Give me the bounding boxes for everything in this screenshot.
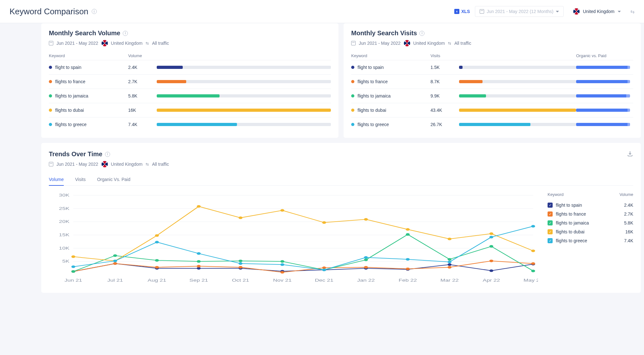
svg-point-63 xyxy=(197,205,200,208)
svg-point-33 xyxy=(448,263,451,266)
legend-keyword: flights to france xyxy=(556,211,624,217)
page-header: Keyword Comparison i X XLS Jun 2021 - Ma… xyxy=(0,0,644,23)
svg-point-46 xyxy=(490,260,493,262)
traffic-icon: ⇆ xyxy=(146,41,149,45)
organic-segment xyxy=(576,123,628,126)
svg-point-78 xyxy=(322,269,326,271)
svg-point-71 xyxy=(531,250,535,252)
export-xls-button[interactable]: X XLS xyxy=(454,9,470,14)
value-cell: 16K xyxy=(128,108,157,113)
organic-cell xyxy=(576,123,633,126)
bar-cell xyxy=(459,109,576,112)
col-volume: Volume xyxy=(128,53,157,58)
uk-flag-icon xyxy=(404,40,410,46)
chevron-down-icon xyxy=(556,11,559,12)
svg-text:5K: 5K xyxy=(62,259,69,264)
bar-cell xyxy=(459,123,576,126)
col-visits: Visits xyxy=(430,53,459,58)
chevron-down-icon xyxy=(618,11,621,12)
svg-point-76 xyxy=(239,262,242,265)
trends-title: Trends Over Time i xyxy=(49,151,633,158)
col-keyword: Keyword xyxy=(49,53,128,58)
organic-bar xyxy=(576,94,630,97)
chart-wrap: 30K25K20K15K10K5KJun 21Jul 21Aug 21Sep 2… xyxy=(49,192,633,285)
color-dot xyxy=(351,94,354,97)
bar-fill xyxy=(459,123,530,126)
keyword-text: flights to france xyxy=(358,79,388,84)
value-cell: 8.7K xyxy=(430,79,459,84)
uk-flag-icon xyxy=(102,161,108,167)
legend-item[interactable]: ✓flights to france2.7K xyxy=(548,210,633,218)
tab-organic-vs-paid[interactable]: Organic Vs. Paid xyxy=(97,174,130,185)
svg-point-45 xyxy=(448,266,451,269)
keyword-text: flights to greece xyxy=(55,122,87,127)
svg-point-74 xyxy=(155,241,159,244)
bar-track xyxy=(157,109,331,112)
paid-segment xyxy=(628,80,630,83)
legend-item[interactable]: ✓flight to spain2.4K xyxy=(548,201,633,210)
svg-point-83 xyxy=(531,225,535,228)
trends-meta: Jun 2021 - May 2022 United Kingdom ⇆ All… xyxy=(49,161,633,167)
svg-point-44 xyxy=(406,268,410,270)
bar-cell xyxy=(157,80,331,83)
compare-icon[interactable]: ⇆ xyxy=(630,9,634,15)
col-organic: Organic vs. Paid xyxy=(576,53,633,58)
value-cell: 7.4K xyxy=(128,122,157,127)
country-text: United Kingdom xyxy=(111,162,143,167)
bar-fill xyxy=(157,80,186,83)
color-dot xyxy=(49,123,52,126)
content-area: Monthly Search Volume i Jun 2021 - May 2… xyxy=(0,23,644,299)
traffic-text: All traffic xyxy=(454,41,471,46)
paid-segment xyxy=(628,109,630,112)
bar-track xyxy=(157,94,331,97)
visits-table-head: Keyword Visits Organic vs. Paid xyxy=(351,51,633,60)
calendar-icon xyxy=(480,9,484,14)
xls-icon: X xyxy=(454,9,459,14)
info-icon[interactable]: i xyxy=(419,31,424,36)
date-range-selector[interactable]: Jun 2021 - May 2022 (12 Months) xyxy=(475,6,564,17)
keyword-cell: flights to dubai xyxy=(351,108,430,113)
info-icon[interactable]: i xyxy=(105,152,110,157)
svg-point-82 xyxy=(490,236,493,238)
svg-point-75 xyxy=(197,252,200,255)
checkbox-icon: ✓ xyxy=(548,238,553,243)
color-dot xyxy=(351,66,354,69)
info-icon[interactable]: i xyxy=(123,31,128,36)
svg-text:20K: 20K xyxy=(59,220,70,224)
bar-cell xyxy=(157,94,331,97)
keyword-text: flights to dubai xyxy=(358,108,386,113)
info-icon[interactable]: i xyxy=(92,9,97,14)
legend-value: 7.4K xyxy=(624,238,633,243)
download-icon[interactable] xyxy=(627,151,633,157)
keyword-cell: flights to jamaica xyxy=(351,93,430,98)
tab-volume[interactable]: Volume xyxy=(49,174,64,186)
color-dot xyxy=(351,109,354,112)
xls-label: XLS xyxy=(461,9,470,14)
chart-legend: Keyword Volume ✓flight to spain2.4K✓flig… xyxy=(548,192,633,285)
legend-keyword: flights to jamaica xyxy=(556,220,624,225)
table-row: flights to france 8.7K xyxy=(351,74,633,89)
country-selector[interactable]: United Kingdom xyxy=(569,6,625,17)
bar-cell xyxy=(459,66,576,69)
value-cell: 5.8K xyxy=(128,93,157,98)
svg-text:Oct 21: Oct 21 xyxy=(232,278,249,282)
table-row: flights to greece 26.7K xyxy=(351,117,633,131)
keyword-text: flights to france xyxy=(55,79,85,84)
keyword-text: flight to spain xyxy=(55,65,82,70)
svg-point-72 xyxy=(71,265,75,268)
legend-item[interactable]: ✓flights to dubai16K xyxy=(548,227,633,236)
bar-track xyxy=(459,66,576,69)
keyword-cell: flights to greece xyxy=(351,122,430,127)
legend-value: 16K xyxy=(625,229,633,234)
chart-area: 30K25K20K15K10K5KJun 21Jul 21Aug 21Sep 2… xyxy=(49,192,538,285)
svg-point-41 xyxy=(280,271,284,274)
paid-segment xyxy=(626,94,630,97)
legend-item[interactable]: ✓flights to greece7.4K xyxy=(548,236,633,245)
legend-item[interactable]: ✓flights to jamaica5.8K xyxy=(548,218,633,227)
svg-point-80 xyxy=(406,258,410,261)
color-dot xyxy=(49,94,52,97)
uk-flag-icon xyxy=(102,40,108,46)
volume-panel: Monthly Search Volume i Jun 2021 - May 2… xyxy=(41,23,338,138)
svg-point-57 xyxy=(448,258,451,261)
tab-visits[interactable]: Visits xyxy=(75,174,86,185)
